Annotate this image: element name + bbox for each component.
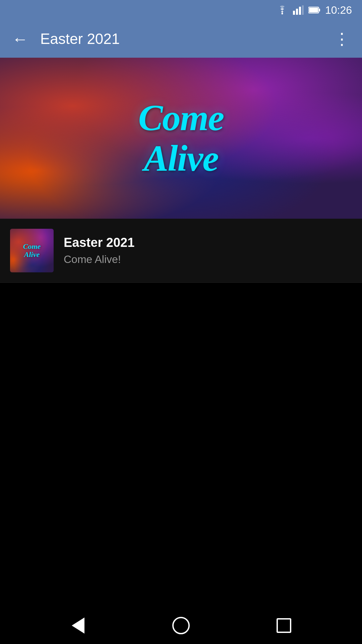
series-info: Easter 2021 Come Alive! (64, 235, 352, 266)
svg-rect-3 (299, 7, 301, 15)
svg-point-0 (281, 13, 283, 14)
svg-rect-1 (293, 11, 295, 15)
content-area: Come Alive Easter 2021 Come Alive! (0, 219, 362, 283)
series-title: Easter 2021 (64, 235, 352, 250)
series-list-item[interactable]: Come Alive Easter 2021 Come Alive! (0, 219, 362, 283)
banner-text: Come Alive (138, 98, 224, 179)
status-time: 10:26 (325, 4, 352, 16)
svg-rect-7 (309, 8, 318, 12)
nav-back-button[interactable] (65, 612, 92, 639)
banner-image: Come Alive (0, 58, 362, 219)
status-icons: 10:26 (276, 4, 352, 16)
svg-rect-4 (302, 5, 304, 15)
nav-home-button[interactable] (168, 612, 194, 639)
wifi-icon (276, 5, 288, 15)
series-thumb-text: Come Alive (23, 243, 41, 259)
nav-recents-button[interactable] (270, 612, 297, 639)
status-bar: 10:26 (0, 0, 362, 20)
svg-rect-6 (319, 9, 320, 11)
bottom-navigation (0, 607, 362, 644)
app-bar: ← Easter 2021 ⋮ (0, 20, 362, 58)
svg-rect-2 (296, 9, 298, 15)
app-bar-title: Easter 2021 (40, 31, 322, 47)
series-subtitle: Come Alive! (64, 253, 352, 266)
signal-icon (293, 5, 304, 15)
series-thumbnail: Come Alive (10, 229, 54, 272)
home-circle-icon (172, 617, 190, 634)
battery-icon (308, 6, 320, 14)
recents-square-icon (277, 618, 291, 633)
more-options-button[interactable]: ⋮ (332, 29, 352, 49)
back-triangle-icon (72, 618, 84, 634)
series-thumb-background: Come Alive (10, 229, 54, 272)
banner-background: Come Alive (0, 58, 362, 219)
back-button[interactable]: ← (10, 29, 30, 49)
